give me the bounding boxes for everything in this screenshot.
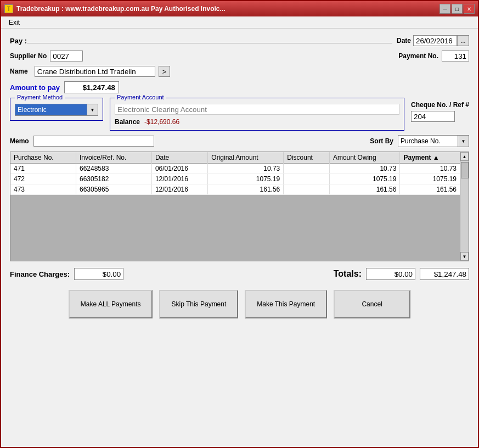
table-empty-area <box>10 195 460 261</box>
table-scroll-area: Purchase No. Invoice/Ref. No. Date Origi… <box>10 152 460 261</box>
main-content: Pay : Date ... Supplier No Payment No. N… <box>1 29 478 447</box>
table-cell: 161.56 <box>208 184 284 195</box>
col-invoice-no: Invoice/Ref. No. <box>76 152 151 164</box>
minimize-button[interactable]: ─ <box>439 4 450 14</box>
skip-payment-button[interactable]: Skip This Payment <box>159 290 238 318</box>
table-cell: 06/01/2016 <box>151 164 207 174</box>
make-this-payment-button[interactable]: Make This Payment <box>245 290 327 318</box>
payment-no-label: Payment No. <box>398 52 438 60</box>
table-cell: 66305965 <box>76 184 151 195</box>
buttons-row: Make ALL Payments Skip This Payment Make… <box>10 284 469 323</box>
amount-row: Amount to pay <box>10 81 469 93</box>
payment-no-field: Payment No. <box>398 51 469 61</box>
balance-row: Balance -$12,690.66 <box>115 118 399 126</box>
finance-charges-label: Finance Charges: <box>10 270 70 278</box>
sort-by-select[interactable]: Purchase No. ▼ <box>398 135 469 147</box>
table-cell: 12/01/2016 <box>151 174 207 184</box>
memo-input[interactable] <box>33 136 154 147</box>
payment-method-fieldset: Payment Method Electronic ▼ <box>10 98 103 121</box>
scroll-thumb[interactable] <box>461 162 469 178</box>
table-cell: 12/01/2016 <box>151 184 207 195</box>
col-date: Date <box>151 152 207 164</box>
table-cell: 66305182 <box>76 174 151 184</box>
totals-payment-input[interactable] <box>420 268 469 280</box>
table-cell: 472 <box>10 174 76 184</box>
payment-account-legend: Payment Account <box>115 94 166 100</box>
title-bar-left: T Tradebreakup : www.tradebreakup.com.au… <box>4 4 226 13</box>
amount-input[interactable] <box>64 81 119 93</box>
table-row[interactable]: 4736630596512/01/2016161.56161.56161.56 <box>10 184 460 195</box>
scroll-down-button[interactable]: ▼ <box>460 252 469 261</box>
table-row[interactable]: 4726630518212/01/20161075.191075.191075.… <box>10 174 460 184</box>
title-buttons: ─ □ ✕ <box>439 4 475 14</box>
payment-no-input[interactable] <box>442 51 469 61</box>
table-cell: 66248583 <box>76 164 151 174</box>
payment-method-dropdown-arrow[interactable]: ▼ <box>87 104 98 115</box>
sort-by-dropdown-arrow[interactable]: ▼ <box>458 136 469 147</box>
table-header-row: Purchase No. Invoice/Ref. No. Date Origi… <box>10 152 460 164</box>
maximize-button[interactable]: □ <box>452 4 463 14</box>
name-expand-button[interactable]: > <box>159 66 171 77</box>
name-label: Name <box>10 68 28 75</box>
app-icon: T <box>4 4 13 13</box>
cheque-section: Cheque No. / Ref # <box>411 98 469 122</box>
supplier-label: Supplier No <box>10 52 47 60</box>
scroll-up-button[interactable]: ▲ <box>460 152 469 161</box>
pay-line-divider <box>27 38 392 43</box>
col-discount: Discount <box>284 152 330 164</box>
table-cell: 10.73 <box>329 164 400 174</box>
payment-method-select[interactable]: Electronic ▼ <box>15 104 98 116</box>
menu-bar: Exit <box>1 16 478 29</box>
name-row: Name > <box>10 66 469 77</box>
table-scrollbar[interactable]: ▲ ▼ <box>460 152 469 261</box>
sort-by-value: Purchase No. <box>398 136 458 146</box>
date-picker-button[interactable]: ... <box>457 35 469 46</box>
memo-sort-row: Memo Sort By Purchase No. ▼ <box>10 135 469 147</box>
balance-value: -$12,690.66 <box>144 118 179 126</box>
date-label: Date <box>397 37 411 44</box>
col-amount-owing: Amount Owing <box>329 152 400 164</box>
payment-method-legend: Payment Method <box>15 94 65 100</box>
main-window: T Tradebreakup : www.tradebreakup.com.au… <box>0 0 479 448</box>
account-input[interactable] <box>115 104 399 115</box>
title-bar: T Tradebreakup : www.tradebreakup.com.au… <box>1 1 478 16</box>
totals-discount-input[interactable] <box>366 268 415 280</box>
make-all-payments-button[interactable]: Make ALL Payments <box>69 290 153 318</box>
table-cell: 1075.19 <box>329 174 400 184</box>
table-body: 4716624858306/01/201610.7310.7310.734726… <box>10 164 460 195</box>
table-cell <box>284 184 330 195</box>
memo-label: Memo <box>10 137 29 145</box>
cheque-label: Cheque No. / Ref # <box>411 101 469 109</box>
table-cell: 1075.19 <box>400 174 460 184</box>
exit-menu-item[interactable]: Exit <box>5 18 23 27</box>
payment-method-value: Electronic <box>15 104 87 115</box>
close-button[interactable]: ✕ <box>464 4 475 14</box>
table-cell: 10.73 <box>400 164 460 174</box>
supplier-input[interactable] <box>50 51 83 61</box>
payment-account-fieldset: Payment Account Balance -$12,690.66 <box>110 98 404 131</box>
cheque-input[interactable] <box>411 111 455 122</box>
balance-label: Balance <box>115 118 140 126</box>
date-input[interactable] <box>413 35 457 46</box>
table-cell: 1075.19 <box>208 174 284 184</box>
invoices-table-container: Purchase No. Invoice/Ref. No. Date Origi… <box>10 152 469 261</box>
name-input[interactable] <box>35 66 155 77</box>
invoices-table: Purchase No. Invoice/Ref. No. Date Origi… <box>10 152 460 195</box>
table-cell <box>284 164 330 174</box>
table-cell <box>284 174 330 184</box>
col-payment: Payment ▲ <box>400 152 460 164</box>
cancel-button[interactable]: Cancel <box>334 290 410 318</box>
supplier-payment-row: Supplier No Payment No. <box>10 51 469 61</box>
finance-charges-input[interactable] <box>74 268 123 280</box>
table-row[interactable]: 4716624858306/01/201610.7310.7310.73 <box>10 164 460 174</box>
table-cell: 161.56 <box>400 184 460 195</box>
table-cell: 473 <box>10 184 76 195</box>
table-cell: 10.73 <box>208 164 284 174</box>
col-purchase-no: Purchase No. <box>10 152 76 164</box>
method-account-row: Payment Method Electronic ▼ Payment Acco… <box>10 98 469 131</box>
table-cell: 161.56 <box>329 184 400 195</box>
sort-by-label: Sort By <box>370 137 393 145</box>
finance-totals-row: Finance Charges: Totals: <box>10 268 469 280</box>
supplier-field: Supplier No <box>10 51 83 61</box>
table-cell: 471 <box>10 164 76 174</box>
